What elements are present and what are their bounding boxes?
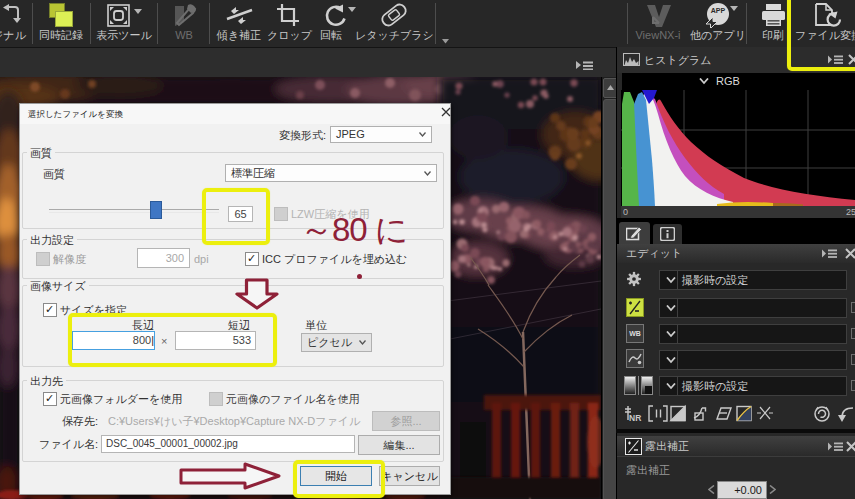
svg-text:APP: APP	[711, 7, 726, 14]
svg-text:NR: NR	[629, 413, 641, 423]
